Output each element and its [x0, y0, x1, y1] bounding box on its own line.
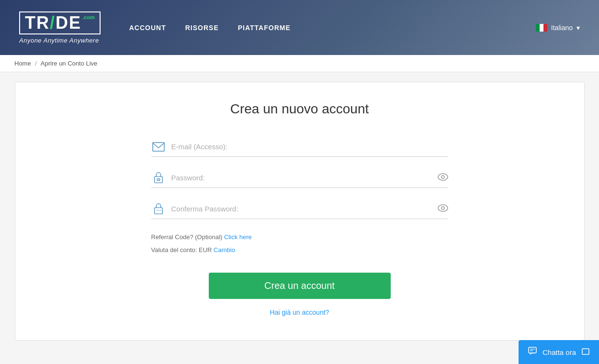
extra-info: Referral Code? (Optional) Click here Val… — [151, 233, 448, 254]
svg-point-3 — [438, 174, 448, 180]
email-field-row — [151, 141, 448, 157]
email-field-group — [151, 141, 448, 157]
breadcrumb-current: Aprire un Conto Live — [41, 60, 98, 67]
email-input[interactable] — [171, 141, 448, 153]
currency-line: Valuta del conto: EUR Cambio — [151, 246, 448, 254]
confirm-password-input[interactable] — [171, 203, 438, 215]
referral-link[interactable]: Click here — [224, 233, 252, 241]
email-icon — [151, 142, 166, 152]
chat-expand-icon — [582, 348, 589, 356]
lock-icon — [151, 171, 166, 184]
svg-rect-2 — [157, 179, 160, 181]
breadcrumb-separator: / — [35, 60, 37, 67]
main-nav: ACCOUNT RISORSE PIATTAFORME — [129, 24, 536, 32]
chat-icon — [528, 347, 537, 357]
breadcrumb-home[interactable]: Home — [14, 60, 31, 67]
svg-rect-14 — [582, 349, 589, 354]
logo-com: .com — [82, 14, 95, 20]
logo-slash: / — [50, 13, 56, 33]
login-link[interactable]: Hai già un account? — [270, 309, 329, 316]
breadcrumb: Home / Aprire un Conto Live — [0, 55, 599, 72]
main-content: Crea un nuovo account — [0, 72, 599, 350]
logo-tagline: Anyone Anytime Anywhere — [19, 37, 101, 44]
header: TR/DE .com Anyone Anytime Anywhere ACCOU… — [0, 0, 599, 55]
logo-area: TR/DE .com Anyone Anytime Anywhere — [19, 11, 101, 44]
password-input[interactable] — [171, 172, 438, 184]
logo-text: TR/DE — [25, 14, 81, 32]
chevron-down-icon: ▾ — [576, 24, 580, 32]
password-field-group — [151, 171, 448, 188]
login-link-container: Hai già un account? — [44, 309, 555, 316]
confirm-password-toggle-icon[interactable] — [438, 204, 448, 213]
nav-account[interactable]: ACCOUNT — [129, 24, 166, 32]
confirm-lock-icon — [151, 202, 166, 215]
svg-rect-0 — [153, 143, 164, 151]
nav-risorse[interactable]: RISORSE — [185, 24, 219, 32]
language-label: Italiano — [551, 24, 573, 32]
currency-value: EUR — [199, 246, 212, 254]
svg-point-9 — [438, 205, 448, 211]
form-title: Crea un nuovo account — [44, 101, 555, 117]
password-field-row — [151, 171, 448, 188]
chat-button[interactable]: Chatta ora — [519, 340, 599, 364]
referral-label: Referral Code? (Optional) — [151, 233, 223, 241]
currency-label: Valuta del conto: — [151, 246, 197, 254]
form-card: Crea un nuovo account — [15, 82, 585, 341]
logo-box: TR/DE .com — [19, 11, 101, 34]
create-account-button[interactable]: Crea un account — [209, 273, 391, 299]
referral-line: Referral Code? (Optional) Click here — [151, 233, 448, 241]
svg-rect-5 — [154, 208, 162, 214]
password-toggle-icon[interactable] — [438, 173, 448, 182]
confirm-password-field-row — [151, 202, 448, 219]
italy-flag-icon — [536, 24, 547, 32]
chat-label: Chatta ora — [542, 348, 576, 356]
confirm-password-field-group — [151, 202, 448, 219]
svg-rect-1 — [154, 176, 162, 183]
language-selector[interactable]: Italiano ▾ — [536, 24, 580, 32]
svg-point-10 — [441, 207, 444, 210]
svg-rect-11 — [529, 347, 536, 353]
svg-point-4 — [441, 176, 444, 178]
currency-change-link[interactable]: Cambio — [214, 246, 235, 254]
nav-piattaforme[interactable]: PIATTAFORME — [238, 24, 291, 32]
